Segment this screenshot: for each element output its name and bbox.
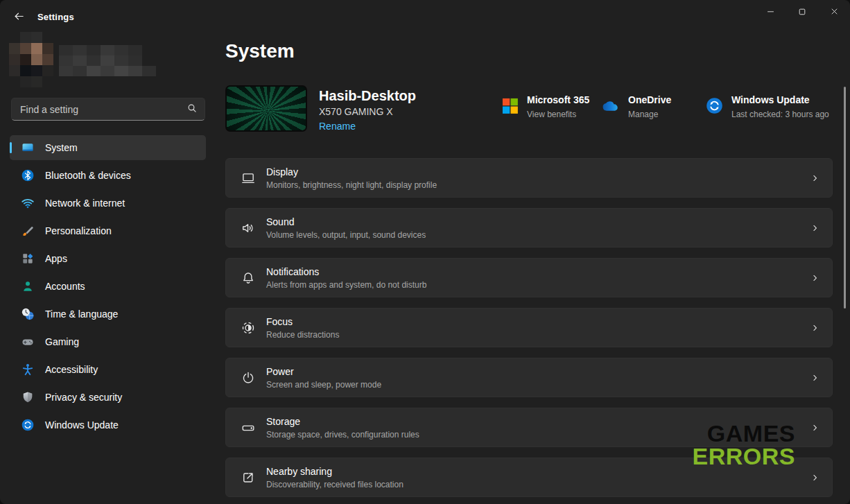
settings-row-subtitle: Screen and sleep, power mode xyxy=(266,380,381,390)
settings-row-subtitle: Discoverability, received files location xyxy=(266,480,404,489)
titlebar: Settings xyxy=(0,0,850,33)
windows-update-icon xyxy=(21,418,35,432)
chevron-right-icon xyxy=(810,423,819,432)
user-avatar-pixelated xyxy=(9,32,53,87)
sidebar-item-network-internet[interactable]: Network & internet xyxy=(10,191,206,216)
settings-row-subtitle: Reduce distractions xyxy=(266,330,339,340)
gaming-icon xyxy=(21,335,35,349)
window-title: Settings xyxy=(37,12,74,22)
status-subtitle: Manage xyxy=(628,110,671,119)
chevron-right-icon xyxy=(810,373,819,382)
device-info: Hasib-Desktop X570 GAMING X Rename xyxy=(319,88,416,132)
settings-row-title: Focus xyxy=(266,316,339,327)
page-title: System xyxy=(225,40,295,62)
sidebar-item-gaming[interactable]: Gaming xyxy=(10,329,206,354)
maximize-icon xyxy=(797,7,807,19)
status-title: Microsoft 365 xyxy=(527,94,589,105)
sidebar-item-label: Time & language xyxy=(45,309,118,320)
display-icon xyxy=(241,171,256,186)
settings-row-title: Power xyxy=(266,366,381,377)
status-windows-update[interactable]: Windows UpdateLast checked: 3 hours ago xyxy=(705,94,829,119)
chevron-right-icon xyxy=(810,223,819,232)
settings-row-title: Notifications xyxy=(266,266,426,277)
windows-update-icon xyxy=(705,96,724,115)
nearby-sharing-icon xyxy=(241,470,256,485)
maximize-button[interactable] xyxy=(786,0,818,25)
settings-row-text: StorageStorage space, drives, configurat… xyxy=(266,416,419,440)
status-title: Windows Update xyxy=(731,94,829,105)
settings-row-focus[interactable]: FocusReduce distractions xyxy=(225,308,833,347)
status-onedrive[interactable]: OneDriveManage xyxy=(602,94,671,119)
sidebar-item-time-language[interactable]: Time & language xyxy=(10,302,206,327)
settings-row-title: Storage xyxy=(266,416,419,427)
settings-row-storage[interactable]: StorageStorage space, drives, configurat… xyxy=(225,408,833,447)
notifications-icon xyxy=(241,270,256,286)
status-title: OneDrive xyxy=(628,94,671,105)
storage-icon xyxy=(241,420,256,435)
device-wallpaper-thumbnail xyxy=(225,85,307,132)
onedrive-icon xyxy=(602,96,621,115)
settings-row-text: DisplayMonitors, brightness, night light… xyxy=(266,166,437,190)
device-model: X570 GAMING X xyxy=(319,106,416,117)
sidebar-item-apps[interactable]: Apps xyxy=(10,246,206,271)
device-name: Hasib-Desktop xyxy=(319,88,416,104)
settings-row-nearby-sharing[interactable]: Nearby sharingDiscoverability, received … xyxy=(225,458,833,497)
personalization-icon xyxy=(21,224,35,238)
sidebar-item-accessibility[interactable]: Accessibility xyxy=(10,357,206,382)
settings-row-subtitle: Alerts from apps and system, do not dist… xyxy=(266,280,426,290)
back-button[interactable] xyxy=(8,8,29,26)
search-icon xyxy=(187,103,198,116)
settings-row-subtitle: Monitors, brightness, night light, displ… xyxy=(266,180,437,190)
sidebar-item-personalization[interactable]: Personalization xyxy=(10,218,206,243)
back-arrow-icon xyxy=(13,10,25,24)
sidebar-item-label: Accessibility xyxy=(45,364,98,375)
settings-row-power[interactable]: PowerScreen and sleep, power mode xyxy=(225,358,833,397)
sidebar-item-label: Personalization xyxy=(45,225,112,236)
close-icon xyxy=(829,6,840,19)
status-text: OneDriveManage xyxy=(628,94,671,119)
settings-row-notifications[interactable]: NotificationsAlerts from apps and system… xyxy=(225,258,833,297)
settings-row-title: Sound xyxy=(266,216,426,227)
chevron-right-icon xyxy=(810,473,819,482)
sidebar-item-system[interactable]: System xyxy=(10,135,206,160)
sidebar-item-label: Privacy & security xyxy=(45,392,122,403)
sound-icon xyxy=(241,220,256,236)
settings-row-text: FocusReduce distractions xyxy=(266,316,339,340)
apps-icon xyxy=(21,252,35,266)
sidebar-item-windows-update[interactable]: Windows Update xyxy=(10,412,206,437)
rename-link[interactable]: Rename xyxy=(319,121,356,132)
power-icon xyxy=(241,370,256,385)
settings-row-display[interactable]: DisplayMonitors, brightness, night light… xyxy=(225,158,833,198)
sidebar-navigation: SystemBluetooth & devicesNetwork & inter… xyxy=(10,135,206,440)
sidebar-item-label: System xyxy=(45,142,78,153)
sidebar-item-privacy-security[interactable]: Privacy & security xyxy=(10,385,206,410)
settings-list: DisplayMonitors, brightness, night light… xyxy=(225,158,833,504)
status-microsoft-365[interactable]: Microsoft 365View benefits xyxy=(501,94,589,119)
privacy-security-icon xyxy=(21,390,35,404)
sidebar-item-accounts[interactable]: Accounts xyxy=(10,274,206,299)
status-subtitle: Last checked: 3 hours ago xyxy=(731,110,829,119)
settings-row-title: Display xyxy=(266,166,437,177)
settings-row-sound[interactable]: SoundVolume levels, output, input, sound… xyxy=(225,208,833,247)
sidebar-item-bluetooth-devices[interactable]: Bluetooth & devices xyxy=(10,163,206,188)
sidebar-item-label: Network & internet xyxy=(45,198,125,209)
status-text: Microsoft 365View benefits xyxy=(527,94,589,119)
settings-row-text: SoundVolume levels, output, input, sound… xyxy=(266,216,426,240)
accounts-icon xyxy=(21,279,35,293)
window-controls xyxy=(754,0,850,25)
settings-row-text: NotificationsAlerts from apps and system… xyxy=(266,266,426,290)
bluetooth-icon xyxy=(21,168,35,182)
close-button[interactable] xyxy=(818,0,850,25)
minimize-button[interactable] xyxy=(754,0,786,25)
sidebar-item-label: Apps xyxy=(45,253,67,264)
user-profile[interactable] xyxy=(9,32,168,90)
user-name-pixelated xyxy=(59,45,156,76)
settings-row-subtitle: Storage space, drives, configuration rul… xyxy=(266,430,419,440)
system-icon xyxy=(21,141,35,155)
search-input[interactable] xyxy=(20,104,187,115)
scrollbar-thumb[interactable] xyxy=(844,87,846,309)
search-box xyxy=(11,98,205,121)
focus-icon xyxy=(241,320,256,336)
chevron-right-icon xyxy=(810,323,819,332)
sidebar-item-label: Bluetooth & devices xyxy=(45,170,131,181)
